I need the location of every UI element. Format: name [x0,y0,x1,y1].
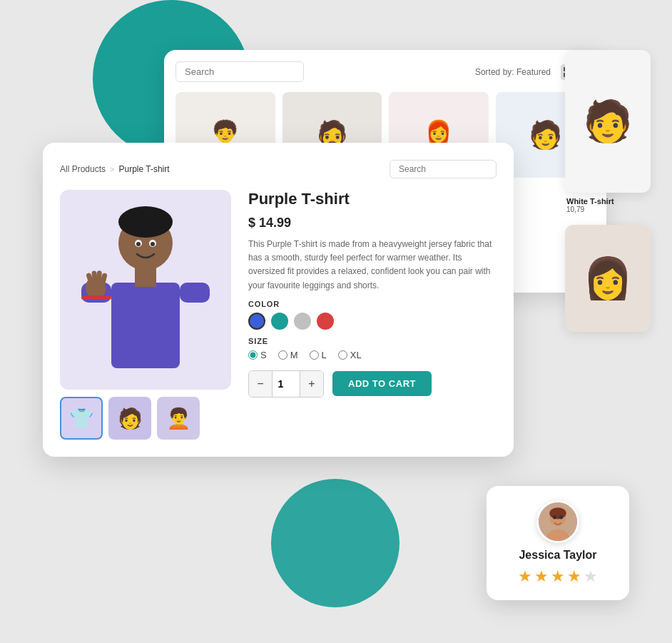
product-images-column: 👕 🧑 🧑‍🦱 [60,190,231,440]
color-section: COLOR [248,300,497,330]
color-swatches [248,313,497,330]
quantity-increase-button[interactable]: + [300,371,323,397]
second-product-image[interactable]: 👩 [565,225,651,332]
second-product-person: 👩 [583,255,633,302]
color-swatch-teal[interactable] [271,313,288,330]
breadcrumb-separator: > [110,165,114,173]
thumbnail-3[interactable]: 🧑‍🦱 [157,397,200,440]
star-3: ★ [551,567,565,586]
white-tshirt-person: 🧑 [583,98,633,145]
quantity-decrease-button[interactable]: − [249,371,272,397]
color-swatch-red[interactable] [317,313,334,330]
listing-search-input[interactable] [175,61,304,82]
product-main-svg [60,190,231,390]
quantity-input[interactable] [272,371,300,397]
breadcrumb: All Products > Purple T-shirt [60,160,497,178]
decorative-circle-bottom [271,479,399,607]
star-1: ★ [518,567,532,586]
white-tshirt-info: White T-shirt 10,79 [565,193,651,218]
product-price: $ 14.99 [248,216,497,231]
size-options: S M L XL [248,350,497,360]
product-info-column: Purple T-shirt $ 14.99 This Purple T-shi… [248,190,497,440]
size-option-m[interactable]: M [278,350,298,360]
svg-rect-13 [135,267,156,287]
size-label: SIZE [248,337,497,345]
product-search-input[interactable] [390,160,497,178]
svg-point-9 [118,206,173,238]
avatar-svg [539,500,577,543]
svg-rect-10 [111,283,180,368]
sort-label: Sorted by: Featured [475,67,551,77]
svg-rect-12 [180,283,210,303]
svg-point-29 [559,515,563,519]
product-image-4: 🧑 [529,119,562,151]
svg-rect-23 [81,295,111,300]
thumb-icon-2: 🧑 [118,407,143,430]
reviewer-avatar [536,500,579,543]
thumbnail-1[interactable]: 👕 [60,397,103,440]
size-option-s[interactable]: S [248,350,267,360]
breadcrumb-current: Purple T-shirt [118,164,169,174]
quantity-control: − + [248,370,324,398]
listing-header: Sorted by: Featured [175,61,595,82]
main-product-image [60,190,231,390]
size-option-l[interactable]: L [310,350,327,360]
right-panel: 🧑 White T-shirt 10,79 👩 [565,50,651,332]
white-tshirt-price: 10,79 [566,206,649,213]
breadcrumb-parent[interactable]: All Products [60,164,106,174]
product-title: Purple T-shirt [248,190,497,208]
product-detail-card: All Products > Purple T-shirt [43,143,514,457]
star-2: ★ [534,567,549,586]
thumb-icon-3: 🧑‍🦱 [166,407,191,430]
add-to-cart-button[interactable]: ADD TO CART [332,371,432,396]
svg-point-16 [136,242,141,246]
thumb-icon-1: 👕 [69,407,94,430]
review-card: Jessica Taylor ★ ★ ★ ★ ★ [487,486,629,600]
svg-point-28 [553,515,556,519]
color-label: COLOR [248,300,497,308]
size-section: SIZE S M L XL [248,337,497,360]
color-swatch-blue[interactable] [248,313,265,330]
product-description: This Purple T-shirt is made from a heavy… [248,238,497,293]
white-tshirt-image[interactable]: 🧑 [565,50,651,193]
thumbnail-row: 👕 🧑 🧑‍🦱 [60,397,231,440]
star-4: ★ [567,567,581,586]
color-swatch-gray[interactable] [294,313,311,330]
star-5: ★ [584,567,598,586]
svg-point-17 [151,242,155,246]
size-option-xl[interactable]: XL [338,350,362,360]
thumbnail-2[interactable]: 🧑 [108,397,151,440]
product-content: 👕 🧑 🧑‍🦱 Purple T-shirt $ 14.99 This Purp… [60,190,497,440]
white-tshirt-name: White T-shirt [566,197,649,206]
cart-row: − + ADD TO CART [248,370,497,398]
svg-point-26 [549,507,566,519]
reviewer-name: Jessica Taylor [519,549,596,562]
star-rating: ★ ★ ★ ★ ★ [518,567,598,586]
